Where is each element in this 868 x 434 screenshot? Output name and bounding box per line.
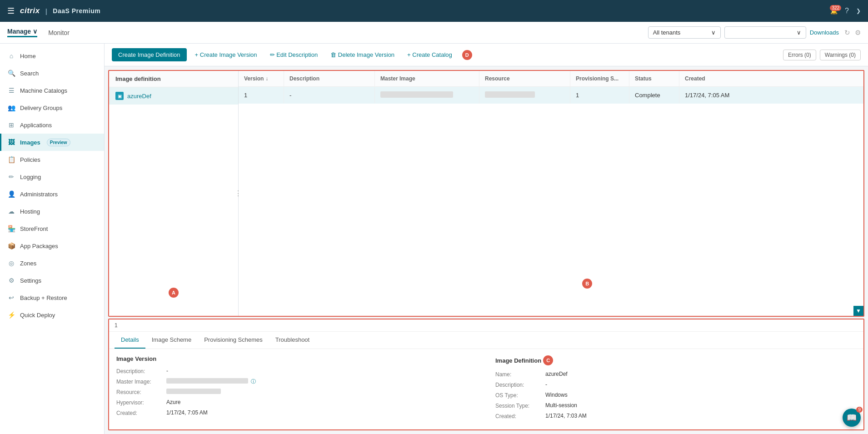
- field-master-image: Master Image: ⓘ: [116, 378, 477, 385]
- notification-badge: 322: [830, 5, 841, 11]
- create-image-version-button[interactable]: + Create Image Version: [190, 48, 262, 61]
- toolbar-right: Errors (0) Warnings (0): [783, 50, 861, 60]
- image-def-item-azuredef[interactable]: ▣ azureDef: [109, 87, 238, 105]
- scroll-down-arrow[interactable]: ▼: [853, 306, 863, 316]
- floating-notif-icon: 📖: [847, 413, 857, 423]
- sidebar-item-machine-catalogs[interactable]: ☰ Machine Catalogs: [0, 82, 104, 99]
- applications-icon: ⊞: [7, 121, 15, 129]
- sidebar-item-search[interactable]: 🔍 Search: [0, 65, 104, 82]
- sidebar-item-hosting[interactable]: ☁ Hosting: [0, 203, 104, 220]
- edit-description-button[interactable]: ✏ Edit Description: [265, 48, 323, 61]
- master-image-blurred-value: [380, 91, 453, 98]
- hamburger-icon[interactable]: ☰: [7, 6, 15, 16]
- sidebar-item-label: Machine Catalogs: [20, 87, 67, 94]
- def-created-label: Created:: [495, 413, 545, 419]
- sidebar-item-home[interactable]: ⌂ Home: [0, 47, 104, 65]
- downloads-label: Downloads: [810, 29, 839, 36]
- preview-badge: Preview: [47, 139, 70, 146]
- table-row[interactable]: 1 - 1 Complete 1/17/24, 7:05 AM: [239, 87, 863, 104]
- col-created[interactable]: Created: [679, 71, 863, 86]
- errors-button[interactable]: Errors (0): [783, 50, 816, 60]
- refresh-icon[interactable]: ↻: [844, 29, 850, 37]
- help-icon[interactable]: ?: [845, 7, 849, 15]
- topbar-chevron-icon[interactable]: ❯: [856, 8, 861, 14]
- sidebar-item-app-packages[interactable]: 📦 App Packages: [0, 237, 104, 254]
- notification-button[interactable]: 🔔 322: [830, 8, 838, 15]
- manage-button[interactable]: Manage ∨: [7, 28, 37, 37]
- sidebar-item-label: Hosting: [20, 208, 40, 215]
- create-catalog-button[interactable]: + Create Catalog: [403, 48, 457, 61]
- sidebar-item-label: Delivery Groups: [20, 105, 62, 111]
- tab-image-scheme[interactable]: Image Scheme: [145, 332, 198, 349]
- field-def-name: Name: azureDef: [495, 371, 856, 378]
- app-layout: ⌂ Home 🔍 Search ☰ Machine Catalogs 👥 Del…: [0, 44, 868, 434]
- sidebar-item-label: Administrators: [20, 191, 58, 198]
- tab-troubleshoot[interactable]: Troubleshoot: [269, 332, 316, 349]
- tab-provisioning-schemes[interactable]: Provisioning Schemes: [198, 332, 269, 349]
- field-description: Description: -: [116, 368, 477, 374]
- d-badge: D: [462, 50, 472, 60]
- sidebar-item-label: Images: [20, 139, 40, 146]
- field-def-os-type: OS Type: Windows: [495, 392, 856, 399]
- sidebar-item-applications[interactable]: ⊞ Applications: [0, 116, 104, 134]
- delivery-groups-icon: 👥: [7, 104, 15, 112]
- floating-notification-button[interactable]: 📖 9: [843, 409, 861, 427]
- sidebar-item-zones[interactable]: ◎ Zones: [0, 254, 104, 272]
- col-status[interactable]: Status: [629, 71, 679, 86]
- col-description[interactable]: Description: [284, 71, 375, 86]
- tenant-chevron-icon: ∨: [711, 29, 716, 36]
- col-created-label: Created: [685, 75, 705, 82]
- delete-image-version-button[interactable]: 🗑 Delete Image Version: [326, 48, 399, 61]
- sidebar-item-delivery-groups[interactable]: 👥 Delivery Groups: [0, 99, 104, 116]
- policies-icon: 📋: [7, 155, 15, 164]
- sidebar-item-logging[interactable]: ✏ Logging: [0, 168, 104, 185]
- secondbar: Manage ∨ Monitor All tenants ∨ ∨ Downloa…: [0, 22, 868, 44]
- sidebar-item-images[interactable]: 🖼 Images Preview: [0, 134, 104, 151]
- warnings-button[interactable]: Warnings (0): [820, 50, 861, 60]
- col-master-image-label: Master Image: [380, 75, 415, 82]
- sidebar-item-storefront[interactable]: 🏪 StoreFront: [0, 220, 104, 237]
- def-os-type-label: OS Type:: [495, 392, 545, 399]
- def-created-value: 1/17/24, 7:03 AM: [545, 413, 587, 419]
- downloads-button[interactable]: Downloads: [810, 29, 839, 36]
- resource-blurred-value: [485, 91, 535, 98]
- panel-resize-handle[interactable]: ⋮: [236, 71, 240, 316]
- zones-icon: ◎: [7, 259, 15, 267]
- sidebar-item-policies[interactable]: 📋 Policies: [0, 151, 104, 168]
- detail-section: 1 Details Image Scheme Provisioning Sche…: [108, 319, 864, 430]
- citrix-logo-text: citrix: [20, 6, 40, 15]
- col-provisioning[interactable]: Provisioning S...: [570, 71, 629, 86]
- def-session-type-value: Multi-session: [545, 402, 577, 409]
- field-hypervisor: Hypervisor: Azure: [116, 399, 477, 406]
- tab-details[interactable]: Details: [115, 332, 145, 349]
- col-master-image[interactable]: Master Image: [375, 71, 479, 86]
- field-def-session-type: Session Type: Multi-session: [495, 402, 856, 409]
- info-icon[interactable]: ⓘ: [251, 378, 256, 385]
- content-area: Image definition ▣ azureDef ⋮ A: [105, 66, 868, 434]
- second-dropdown[interactable]: ∨: [724, 26, 806, 39]
- settings-icon[interactable]: ⚙: [855, 29, 861, 37]
- quick-deploy-icon: ⚡: [7, 311, 15, 319]
- create-image-definition-button[interactable]: Create Image Definition: [112, 48, 187, 61]
- image-def-item-label: azureDef: [127, 93, 151, 100]
- administrators-icon: 👤: [7, 190, 15, 198]
- sidebar-item-label: Quick Deploy: [20, 312, 55, 319]
- image-definition-list: ▣ azureDef: [109, 87, 238, 316]
- table-body: 1 - 1 Complete 1/17/24, 7:05 AM: [239, 87, 863, 316]
- a-annotation-badge: A: [169, 288, 179, 298]
- sidebar-item-quick-deploy[interactable]: ⚡ Quick Deploy: [0, 306, 104, 324]
- resource-value: [166, 389, 221, 394]
- search-icon: 🔍: [7, 69, 15, 77]
- image-version-details: Image Version Description: - Master Imag…: [116, 355, 477, 423]
- monitor-button[interactable]: Monitor: [48, 29, 70, 36]
- col-resource[interactable]: Resource: [479, 71, 570, 86]
- monitor-label: Monitor: [48, 29, 70, 36]
- tenant-selector[interactable]: All tenants ∨: [648, 26, 721, 39]
- def-description-label: Description:: [495, 381, 545, 388]
- sidebar-item-label: Backup + Restore: [20, 294, 67, 301]
- sidebar-item-settings[interactable]: ⚙ Settings: [0, 272, 104, 289]
- sidebar-item-administrators[interactable]: 👤 Administrators: [0, 185, 104, 203]
- col-version[interactable]: Version ↓: [239, 71, 284, 86]
- sidebar-item-backup-restore[interactable]: ↩ Backup + Restore: [0, 289, 104, 306]
- field-def-created: Created: 1/17/24, 7:03 AM: [495, 413, 856, 419]
